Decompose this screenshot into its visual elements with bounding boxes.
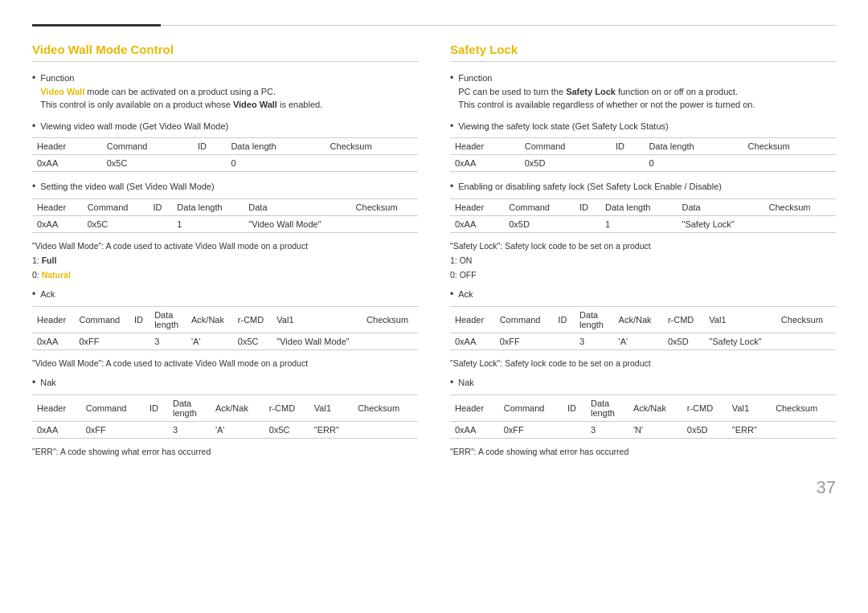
th-command-3: Command [75, 306, 130, 333]
left-setting-data-row: 0xAA 0x5C 1 "Video Wall Mode" [32, 216, 418, 233]
left-function-text: Function Video Wall mode can be activate… [40, 72, 322, 112]
td-0xaa-4: 0xAA [32, 421, 81, 438]
th-command-4: Command [81, 394, 145, 421]
right-ack-data-row: 0xAA 0xFF 3 'A' 0x5D "Safety Lock" [450, 333, 836, 349]
rth-val1-4: Val1 [727, 394, 771, 421]
td-dl-2: 1 [172, 216, 244, 233]
rth-command-4: Command [499, 394, 563, 421]
th-val1-4: Val1 [309, 394, 353, 421]
rtd-rcmd-4: 0x5D [682, 421, 727, 438]
th-checksum-2: Checksum [351, 199, 418, 216]
rth-rcmd-3: r-CMD [663, 306, 704, 333]
th-rcmd-4: r-CMD [264, 394, 309, 421]
left-value1: 1: Full [32, 255, 418, 265]
top-bar-light-line [161, 25, 836, 26]
rtd-dl-1: 0 [644, 155, 743, 172]
right-function-bullet: • Function PC can be used to turn the Sa… [450, 72, 836, 112]
rtd-id-3 [553, 333, 575, 349]
bullet-dot-2: • [32, 120, 35, 133]
rtd-0xaa-2: 0xAA [450, 216, 504, 233]
left-function-bullet: • Function Video Wall mode can be activa… [32, 72, 418, 112]
left-viewing-bullet: • Viewing video wall mode (Get Video Wal… [32, 120, 418, 133]
left-nak-data-row: 0xAA 0xFF 3 'A' 0x5C "ERR" [32, 421, 418, 438]
right-ack-table: Header Command ID Datalength Ack/Nak r-C… [450, 306, 836, 350]
right-enabling-table: Header Command ID Data length Data Check… [450, 198, 836, 233]
td-cs-3 [362, 333, 418, 349]
right-note2: "Safety Lock": Safety lock code to be se… [450, 358, 836, 368]
rtd-0x5d-1: 0x5D [520, 155, 611, 172]
th-header-2: Header [32, 199, 83, 216]
td-0xaa-2: 0xAA [32, 216, 83, 233]
left-ack-header-row: Header Command ID Datalength Ack/Nak r-C… [32, 306, 418, 333]
rtd-dl-4: 3 [586, 421, 628, 438]
right-viewing-bullet: • Viewing the safety lock state (Get Saf… [450, 120, 836, 133]
th-datalength-1: Data length [226, 138, 325, 155]
left-section-title: Video Wall Mode Control [32, 43, 418, 62]
td-ack-4: 'A' [211, 421, 264, 438]
right-enabling-label: Enabling or disabling safety lock (Set S… [458, 180, 722, 194]
top-bar-dark-line [32, 24, 161, 27]
rth-datalength-1: Data length [644, 138, 743, 155]
video-wall-highlight-2: Video Wall [233, 100, 277, 109]
td-cs-2 [351, 216, 418, 233]
right-enabling-header-row: Header Command ID Data length Data Check… [450, 199, 836, 216]
td-data-2: "Video Wall Mode" [244, 216, 350, 233]
rth-command-1: Command [520, 138, 611, 155]
bullet-dot-r5: • [450, 376, 453, 390]
left-value2: 0: Natural [32, 270, 418, 280]
th-datalength-4: Datalength [168, 394, 211, 421]
rth-id-4: ID [563, 394, 586, 421]
rth-datalength-2: Data length [600, 199, 677, 216]
th-acknak-3: Ack/Nak [186, 306, 233, 333]
th-id-3: ID [129, 306, 149, 333]
right-section-title: Safety Lock [450, 43, 836, 62]
left-note1: "Video Wall Mode": A code used to activa… [32, 241, 418, 251]
right-value2: 0: OFF [450, 270, 836, 280]
th-rcmd-3: r-CMD [233, 306, 272, 333]
rth-id-1: ID [611, 138, 644, 155]
rtd-id-1 [611, 155, 644, 172]
right-enabling-bullet: • Enabling or disabling safety lock (Set… [450, 180, 836, 194]
td-cs-4 [353, 421, 418, 438]
bullet-dot-5: • [32, 376, 35, 390]
bullet-dot-4: • [32, 288, 35, 301]
left-nak-label: Nak [40, 376, 56, 390]
rth-acknak-3: Ack/Nak [614, 306, 663, 333]
right-viewing-table: Header Command ID Data length Checksum 0… [450, 137, 836, 172]
rtd-cs-2 [764, 216, 836, 233]
rtd-ack-3: 'A' [614, 333, 663, 349]
rth-checksum-4: Checksum [771, 394, 836, 421]
td-id-3 [129, 333, 149, 349]
td-dl-3: 3 [149, 333, 186, 349]
right-function-text: Function PC can be used to turn the Safe… [458, 72, 755, 112]
rtd-cs-1 [743, 155, 836, 172]
right-function-label: Function [458, 73, 492, 83]
rth-header-2: Header [450, 199, 504, 216]
bullet-dot-3: • [32, 180, 35, 194]
th-id-1: ID [193, 138, 226, 155]
rth-id-2: ID [575, 199, 600, 216]
safety-lock-highlight: Safety Lock [566, 87, 616, 96]
right-ack-bullet: • Ack [450, 288, 836, 301]
rtd-dl-3: 3 [575, 333, 614, 349]
right-viewing-label: Viewing the safety lock state (Get Safet… [458, 120, 668, 133]
right-nak-bullet: • Nak [450, 376, 836, 390]
left-viewing-data-row: 0xAA 0x5C 0 [32, 155, 418, 172]
left-nak-table: Header Command ID Datalength Ack/Nak r-C… [32, 394, 418, 439]
left-viewing-table: Header Command ID Data length Checksum 0… [32, 137, 418, 172]
left-err-note: "ERR": A code showing what error has occ… [32, 447, 418, 456]
th-data-2: Data [244, 199, 350, 216]
left-column: Video Wall Mode Control • Function Video… [32, 43, 418, 461]
right-note1: "Safety Lock": Safety lock code to be se… [450, 241, 836, 251]
right-nak-header-row: Header Command ID Datalength Ack/Nak r-C… [450, 394, 836, 421]
td-0xaa-1: 0xAA [32, 155, 102, 172]
right-function-line1: PC can be used to turn the [458, 87, 566, 96]
rth-val1-3: Val1 [704, 306, 776, 333]
th-acknak-4: Ack/Nak [211, 394, 264, 421]
rtd-data-2: "Safety Lock" [677, 216, 764, 233]
rth-header-1: Header [450, 138, 520, 155]
td-id-4 [145, 421, 168, 438]
rtd-0x5d-2: 0x5D [504, 216, 575, 233]
left-viewing-header-row: Header Command ID Data length Checksum [32, 138, 418, 155]
bullet-dot-r1: • [450, 72, 453, 85]
